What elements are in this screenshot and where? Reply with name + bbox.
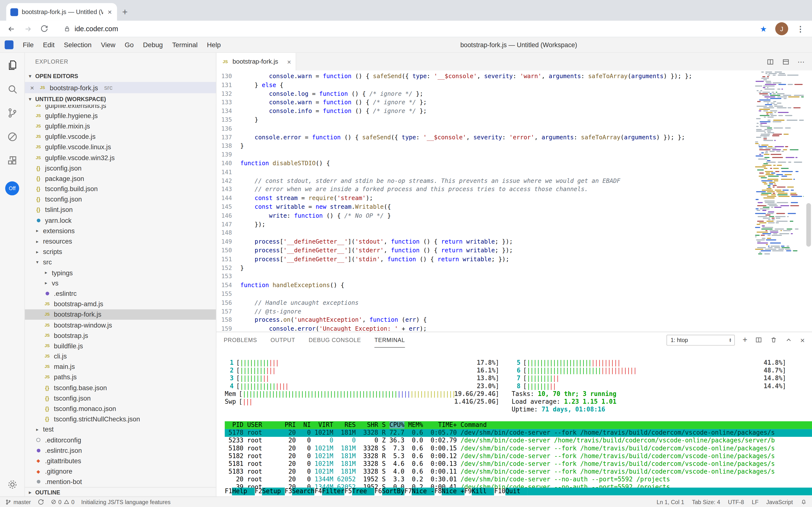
code-line-143[interactable]: 143 // error when we are inside a forked… bbox=[216, 185, 812, 194]
editor-surface[interactable]: 130 console.warn = function () { safeSen… bbox=[216, 70, 812, 332]
workspace-header[interactable]: ▾ UNTITLED (WORKSPACE) bbox=[25, 93, 216, 105]
menu-go[interactable]: Go bbox=[120, 41, 138, 49]
folder-row-src[interactable]: ▾src bbox=[25, 257, 216, 267]
file-row-.gitattributes[interactable]: ◆.gitattributes bbox=[25, 456, 216, 466]
code-line-159[interactable]: 159 console.error('Uncaught Exception: '… bbox=[216, 324, 812, 332]
code-line-138[interactable]: 138} bbox=[216, 142, 812, 151]
fkey-f10[interactable]: F10Quit bbox=[494, 488, 528, 495]
source-control-icon[interactable] bbox=[6, 107, 18, 119]
file-row-bootstrap-amd.js[interactable]: JSbootstrap-amd.js bbox=[25, 299, 216, 309]
fkey-f8[interactable]: F8Nice + bbox=[434, 488, 464, 495]
file-row-.editorconfig[interactable]: .editorconfig bbox=[25, 435, 216, 445]
code-line-154[interactable]: 154function handleExceptions() { bbox=[216, 281, 812, 289]
settings-gear-icon[interactable] bbox=[6, 479, 18, 490]
menu-view[interactable]: View bbox=[96, 41, 120, 49]
code-line-150[interactable]: 150 process['__defineGetter__']('stderr'… bbox=[216, 246, 812, 255]
folder-row-vs[interactable]: ▸vs bbox=[25, 278, 216, 288]
menu-terminal[interactable]: Terminal bbox=[168, 41, 202, 49]
file-row-tsconfig.json[interactable]: {}tsconfig.json bbox=[25, 393, 216, 403]
file-row-gulpfile.mixin.js[interactable]: JSgulpfile.mixin.js bbox=[25, 121, 216, 131]
fkey-f7[interactable]: F7Nice - bbox=[404, 488, 434, 495]
panel-tab-debug-console[interactable]: DEBUG CONSOLE bbox=[309, 332, 361, 348]
terminal[interactable]: 1[||||||||||||17.8%]5[||||||||||||||||||… bbox=[216, 348, 812, 496]
tab-close-icon[interactable]: × bbox=[107, 8, 113, 16]
problems-indicator[interactable]: 0 0 bbox=[51, 499, 74, 505]
search-icon[interactable] bbox=[6, 83, 18, 95]
fkey-f9[interactable]: F9Kill bbox=[464, 488, 494, 495]
menu-file[interactable]: File bbox=[18, 41, 38, 49]
new-tab-button[interactable]: + bbox=[122, 7, 128, 18]
encoding-indicator[interactable]: UTF-8 bbox=[728, 499, 744, 505]
more-actions-icon[interactable]: ⋯ bbox=[798, 58, 805, 66]
code-line-141[interactable]: 141 bbox=[216, 168, 812, 177]
panel-tab-problems[interactable]: PROBLEMS bbox=[224, 332, 257, 348]
file-row-paths.js[interactable]: JSpaths.js bbox=[25, 372, 216, 382]
code-line-130[interactable]: 130 console.warn = function () { safeSen… bbox=[216, 72, 812, 81]
code-line-139[interactable]: 139 bbox=[216, 151, 812, 159]
file-row-tsconfig.json[interactable]: {}tsconfig.json bbox=[25, 194, 216, 205]
code-line-149[interactable]: 149 process['__defineGetter__']('stdout'… bbox=[216, 237, 812, 246]
language-indicator[interactable]: JavaScript bbox=[766, 499, 793, 505]
code-line-146[interactable]: 146 write: function () { /* No OP */ } bbox=[216, 211, 812, 220]
code-line-134[interactable]: 134 console.info = function () { /* igno… bbox=[216, 107, 812, 116]
file-row-buildfile.js[interactable]: JSbuildfile.js bbox=[25, 341, 216, 351]
file-row-.mention-bot[interactable]: .mention-bot bbox=[25, 476, 216, 487]
code-line-147[interactable]: 147 }); bbox=[216, 220, 812, 229]
file-row-bootstrap-fork.js[interactable]: JSbootstrap-fork.js bbox=[25, 309, 216, 320]
menu-debug[interactable]: Debug bbox=[138, 41, 168, 49]
panel-tab-terminal[interactable]: TERMINAL bbox=[374, 332, 405, 348]
code-line-133[interactable]: 133 console.warn = function () { /* igno… bbox=[216, 98, 812, 107]
toggle-layout-icon[interactable] bbox=[782, 58, 790, 65]
offline-toggle-badge[interactable]: Off bbox=[5, 181, 19, 195]
file-row-tslint.json[interactable]: {}tslint.json bbox=[25, 205, 216, 215]
browser-tab[interactable]: bootstrap-fork.js — Untitled (W × bbox=[6, 3, 117, 21]
code-line-148[interactable]: 148 bbox=[216, 229, 812, 237]
file-row-gulpfile.extensions.js[interactable]: JSgulpfile.extensions.js bbox=[25, 105, 216, 111]
url-text[interactable]: ide.coder.com bbox=[74, 25, 118, 33]
file-row-package.json[interactable]: {}package.json bbox=[25, 173, 216, 184]
code-line-157[interactable]: 157 // @ts-ignore bbox=[216, 307, 812, 316]
code-line-145[interactable]: 145 const writable = new stream.Writable… bbox=[216, 203, 812, 211]
open-editor-item[interactable]: × JS bootstrap-fork.js src bbox=[25, 82, 216, 93]
forward-icon[interactable] bbox=[24, 25, 32, 33]
folder-row-test[interactable]: ▸test bbox=[25, 424, 216, 435]
refresh-icon[interactable] bbox=[40, 25, 48, 33]
code-server-logo[interactable] bbox=[5, 40, 13, 49]
bookmark-star-icon[interactable]: ★ bbox=[760, 24, 767, 34]
file-row-jsconfig.json[interactable]: {}jsconfig.json bbox=[25, 163, 216, 173]
code-line-132[interactable]: 132 console.log = function () { /* ignor… bbox=[216, 90, 812, 98]
browser-menu-icon[interactable]: ⋮ bbox=[797, 24, 805, 34]
eol-indicator[interactable]: LF bbox=[752, 499, 759, 505]
code-line-140[interactable]: 140function disableSTDIO() { bbox=[216, 159, 812, 168]
tab-close-icon[interactable]: × bbox=[287, 58, 291, 65]
code-line-151[interactable]: 151 process['__defineGetter__']('stdin',… bbox=[216, 255, 812, 264]
close-panel-icon[interactable]: × bbox=[800, 336, 805, 344]
line-col-indicator[interactable]: Ln 1, Col 1 bbox=[657, 499, 684, 505]
file-row-gulpfile.vscode.win32.js[interactable]: JSgulpfile.vscode.win32.js bbox=[25, 152, 216, 163]
fkey-f1[interactable]: F1Help bbox=[225, 488, 255, 495]
file-row-tsconfig.base.json[interactable]: {}tsconfig.base.json bbox=[25, 382, 216, 393]
code-line-136[interactable]: 136 bbox=[216, 124, 812, 133]
sync-button[interactable] bbox=[38, 499, 44, 505]
folder-row-resources[interactable]: ▸resources bbox=[25, 236, 216, 246]
minimap[interactable] bbox=[754, 72, 804, 264]
code-line-131[interactable]: 131 } else { bbox=[216, 81, 812, 90]
file-row-.eslintrc[interactable]: .eslintrc bbox=[25, 288, 216, 299]
tab-size-indicator[interactable]: Tab Size: 4 bbox=[692, 499, 720, 505]
code-line-152[interactable]: 152} bbox=[216, 264, 812, 272]
code-line-142[interactable]: 142 // const stdout, stderr and stdin be… bbox=[216, 177, 812, 185]
fkey-f5[interactable]: F5Tree bbox=[345, 488, 374, 495]
notifications-bell-icon[interactable] bbox=[801, 499, 807, 505]
file-row-yarn.lock[interactable]: yarn.lock bbox=[25, 215, 216, 225]
file-row-bootstrap-window.js[interactable]: JSbootstrap-window.js bbox=[25, 320, 216, 330]
file-row-gulpfile.hygiene.js[interactable]: JSgulpfile.hygiene.js bbox=[25, 111, 216, 121]
fkey-f4[interactable]: F4Filter bbox=[314, 488, 345, 495]
close-editor-icon[interactable]: × bbox=[29, 84, 35, 92]
fkey-f2[interactable]: F2Setup bbox=[255, 488, 285, 495]
code-line-137[interactable]: 137 console.error = function () { safeSe… bbox=[216, 133, 812, 142]
file-row-tsconfig.build.json[interactable]: {}tsconfig.build.json bbox=[25, 184, 216, 194]
file-row-bootstrap.js[interactable]: JSbootstrap.js bbox=[25, 330, 216, 341]
folder-row-scripts[interactable]: ▸scripts bbox=[25, 246, 216, 257]
menu-help[interactable]: Help bbox=[202, 41, 226, 49]
file-row-.eslintrc.json[interactable]: .eslintrc.json bbox=[25, 445, 216, 456]
